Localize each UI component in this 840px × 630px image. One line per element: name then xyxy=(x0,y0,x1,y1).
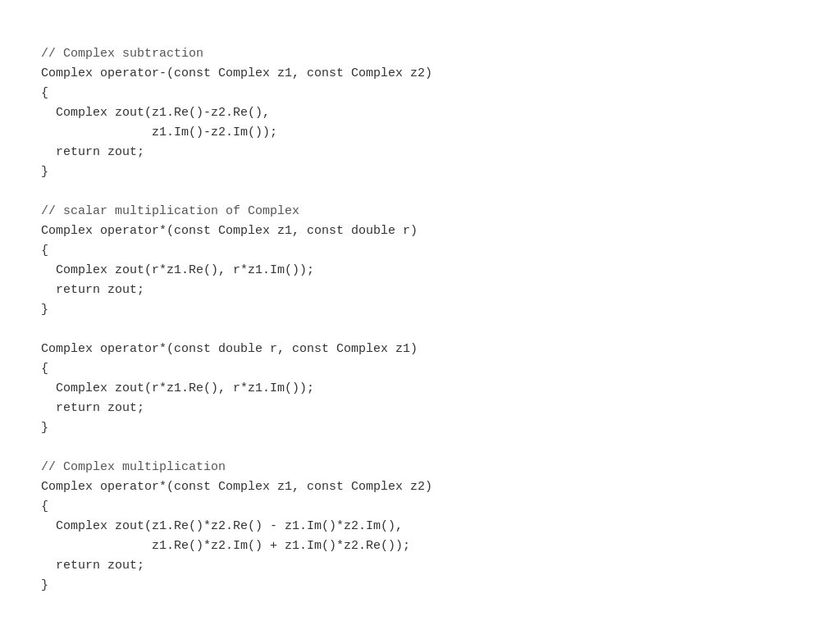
code-section-scalar-multiplication-2: Complex operator*(const double r, const … xyxy=(41,340,799,438)
code-line: { xyxy=(41,84,799,103)
code-section-complex-subtraction: // Complex subtractionComplex operator-(… xyxy=(41,44,799,182)
code-section-complex-multiplication: // Complex multiplicationComplex operato… xyxy=(41,458,799,596)
code-line: return zout; xyxy=(41,281,799,300)
code-line: Complex operator*(const double r, const … xyxy=(41,340,799,359)
code-line: Complex operator*(const Complex z1, cons… xyxy=(41,221,799,241)
code-line: Complex zout(z1.Re()-z2.Re(), xyxy=(41,103,799,123)
code-line: // scalar multiplication of Complex xyxy=(41,202,799,221)
code-line: return zout; xyxy=(41,399,799,418)
code-line: { xyxy=(41,359,799,379)
code-line: { xyxy=(41,497,799,517)
code-line: } xyxy=(41,300,799,320)
code-section-scalar-multiplication-1: // scalar multiplication of ComplexCompl… xyxy=(41,202,799,320)
code-line: // Complex multiplication xyxy=(41,458,799,477)
code-line: Complex zout(r*z1.Re(), r*z1.Im()); xyxy=(41,379,799,399)
code-line: { xyxy=(41,241,799,261)
code-line: Complex operator-(const Complex z1, cons… xyxy=(41,64,799,84)
code-line: } xyxy=(41,418,799,438)
code-line: return zout; xyxy=(41,556,799,576)
code-line: z1.Re()*z2.Im() + z1.Im()*z2.Re()); xyxy=(41,536,799,556)
code-line: } xyxy=(41,576,799,596)
code-line: Complex operator*(const Complex z1, cons… xyxy=(41,477,799,497)
code-line: return zout; xyxy=(41,143,799,162)
code-line: Complex zout(r*z1.Re(), r*z1.Im()); xyxy=(41,261,799,281)
code-line: // Complex subtraction xyxy=(41,44,799,64)
code-line: } xyxy=(41,162,799,182)
code-container: // Complex subtractionComplex operator-(… xyxy=(0,0,840,630)
code-line: z1.Im()-z2.Im()); xyxy=(41,123,799,143)
code-line: Complex zout(z1.Re()*z2.Re() - z1.Im()*z… xyxy=(41,517,799,536)
